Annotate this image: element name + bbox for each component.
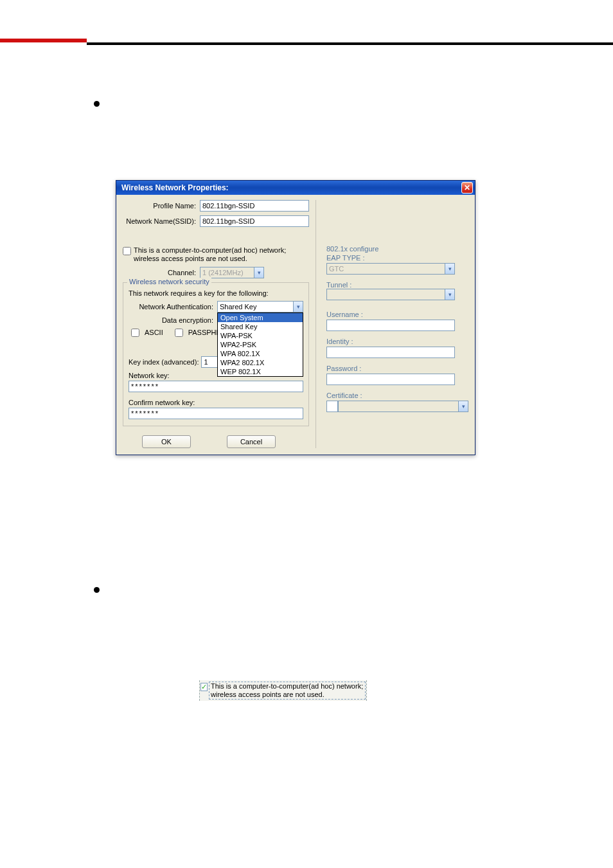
security-prompt: This network requires a key for the foll… bbox=[129, 289, 303, 297]
ascii-text: ASCII bbox=[145, 329, 163, 336]
accent-bar bbox=[0, 39, 87, 42]
confirm-key-input[interactable] bbox=[129, 408, 303, 419]
network-auth-label: Network Authentication: bbox=[129, 303, 217, 311]
channel-value: 1 (2412MHz) bbox=[202, 269, 244, 276]
eap-type-value: GTC bbox=[329, 265, 344, 273]
adhoc-strip-text: This is a computer-to-computer(ad hoc) n… bbox=[209, 682, 366, 700]
passphrase-checkbox[interactable] bbox=[175, 329, 183, 337]
network-name-label: Network Name(SSID): bbox=[123, 217, 200, 225]
channel-label: Channel: bbox=[123, 269, 200, 276]
titlebar-text: Wireless Network Properties: bbox=[121, 183, 229, 192]
bullet-icon bbox=[94, 587, 100, 593]
adhoc-strip-checkbox[interactable]: ✓ bbox=[200, 683, 208, 691]
auth-option[interactable]: WPA2 802.1X bbox=[218, 358, 303, 367]
divider-bar bbox=[87, 42, 613, 45]
ascii-checkbox-label[interactable]: ASCII bbox=[131, 328, 163, 337]
username-input[interactable] bbox=[326, 320, 455, 331]
auth-option[interactable]: Open System bbox=[218, 313, 303, 322]
data-encryption-label: Data encryption: bbox=[129, 316, 217, 324]
auth-option[interactable]: WPA2-PSK bbox=[218, 340, 303, 349]
identity-input[interactable] bbox=[326, 347, 455, 358]
close-icon: ✕ bbox=[464, 183, 470, 192]
adhoc-label: This is a computer-to-computer(ad hoc) n… bbox=[134, 246, 309, 263]
network-auth-dropdown[interactable]: Open System Shared Key WPA-PSK WPA2-PSK … bbox=[217, 312, 303, 377]
eap-type-select: GTC bbox=[326, 263, 455, 275]
close-button[interactable]: ✕ bbox=[461, 182, 473, 194]
certificate-select bbox=[338, 401, 468, 412]
tunnel-label: Tunnel : bbox=[326, 281, 468, 289]
tunnel-select bbox=[326, 289, 455, 300]
security-group: Wireless network security This network r… bbox=[123, 282, 309, 426]
cancel-button[interactable]: Cancel bbox=[227, 435, 276, 448]
network-name-input[interactable] bbox=[200, 215, 309, 227]
right-column: 802.1x configure EAP TYPE : GTC ▾ Tunnel… bbox=[315, 200, 468, 448]
profile-name-label: Profile Name: bbox=[123, 202, 200, 210]
auth-option[interactable]: WPA-PSK bbox=[218, 331, 303, 340]
network-auth-value: Shared Key bbox=[220, 303, 256, 311]
adhoc-help-strip: ✓ This is a computer-to-computer(ad hoc)… bbox=[199, 680, 367, 701]
profile-name-input[interactable] bbox=[200, 200, 309, 212]
auth-option[interactable]: WPA 802.1X bbox=[218, 349, 303, 358]
adhoc-checkbox[interactable] bbox=[123, 247, 131, 255]
username-label: Username : bbox=[326, 311, 468, 318]
titlebar[interactable]: Wireless Network Properties: ✕ bbox=[116, 181, 475, 195]
ok-button[interactable]: OK bbox=[142, 435, 191, 448]
bullet-icon bbox=[94, 101, 100, 107]
dot1x-header: 802.1x configure bbox=[326, 245, 468, 253]
chevron-down-icon: ▾ bbox=[445, 264, 454, 274]
wireless-properties-dialog: Wireless Network Properties: ✕ Profile N… bbox=[116, 180, 475, 455]
auth-option[interactable]: WEP 802.1X bbox=[218, 367, 303, 376]
ascii-checkbox[interactable] bbox=[131, 329, 139, 337]
chevron-down-icon: ▾ bbox=[445, 289, 454, 300]
certificate-label: Certificate : bbox=[326, 392, 468, 399]
network-auth-select[interactable]: Shared Key bbox=[217, 301, 303, 312]
security-group-title: Wireless network security bbox=[127, 278, 211, 285]
confirm-key-label: Confirm network key: bbox=[129, 399, 303, 406]
password-input[interactable] bbox=[326, 374, 455, 385]
network-key-input[interactable] bbox=[129, 381, 303, 392]
chevron-down-icon[interactable]: ▾ bbox=[293, 302, 303, 312]
left-column: Profile Name: Network Name(SSID): This i… bbox=[123, 200, 315, 448]
key-index-label: Key index (advanced): bbox=[129, 358, 199, 366]
identity-label: Identity : bbox=[326, 338, 468, 345]
password-label: Password : bbox=[326, 365, 468, 372]
chevron-down-icon: ▾ bbox=[458, 401, 468, 411]
certificate-checkbox[interactable] bbox=[326, 401, 338, 412]
check-icon: ✓ bbox=[201, 683, 207, 691]
chevron-down-icon: ▾ bbox=[254, 267, 263, 278]
auth-option[interactable]: Shared Key bbox=[218, 322, 303, 331]
key-index-value: 1 bbox=[204, 358, 208, 366]
eap-type-label: EAP TYPE : bbox=[326, 254, 468, 262]
